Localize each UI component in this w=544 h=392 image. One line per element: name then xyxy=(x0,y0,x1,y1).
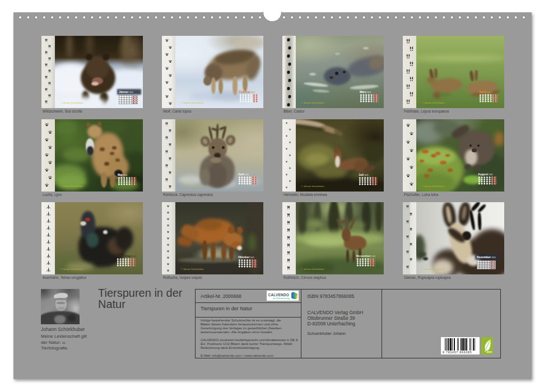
svg-text:eco: eco xyxy=(487,350,492,353)
